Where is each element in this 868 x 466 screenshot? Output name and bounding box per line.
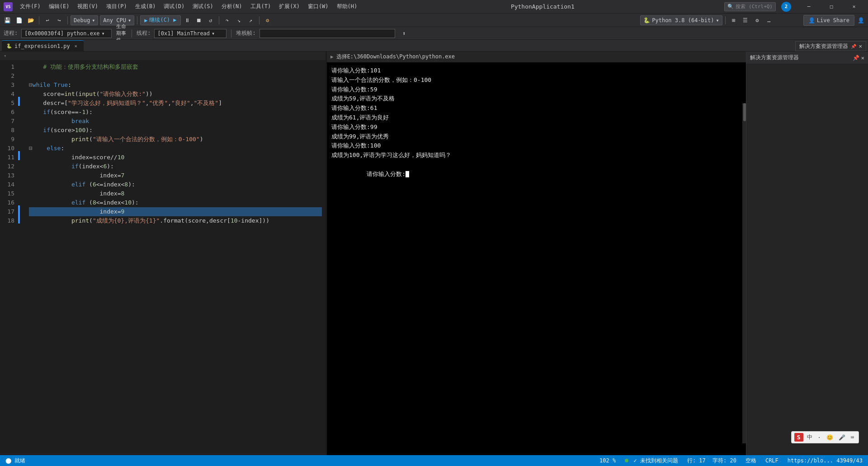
code-line-5: descr=["学习这么好，妈妈知道吗？","优秀","良好","不及格"] bbox=[29, 99, 322, 108]
maximize-button[interactable]: □ bbox=[821, 0, 842, 14]
solution-explorer-content[interactable] bbox=[746, 64, 868, 466]
debug-config-dropdown[interactable]: Debug ▾ bbox=[71, 15, 98, 25]
save-button[interactable]: 💾 bbox=[2, 15, 13, 26]
menu-view[interactable]: 视图(V) bbox=[74, 2, 102, 11]
status-text[interactable]: ⬤ 就绪 bbox=[4, 457, 27, 465]
play-icon: ▶ bbox=[144, 17, 147, 24]
pin-icon[interactable]: 📌 bbox=[853, 55, 859, 61]
settings-button[interactable]: ⚙ bbox=[752, 15, 763, 26]
stack-nav-button[interactable]: ⬆ bbox=[399, 28, 410, 39]
debug-separator-1 bbox=[132, 29, 132, 38]
sogou-button[interactable]: S bbox=[794, 433, 803, 442]
keyboard-button[interactable]: ⌨ bbox=[849, 433, 856, 442]
menu-file[interactable]: 文件(F) bbox=[16, 2, 44, 11]
menu-analyze[interactable]: 分析(N) bbox=[218, 2, 246, 11]
profile-button[interactable]: 👤 bbox=[855, 15, 866, 26]
mic-button[interactable]: 🎤 bbox=[837, 433, 847, 442]
no-issues-badge[interactable]: ✓ 未找到相关问题 bbox=[623, 457, 680, 465]
extra-button[interactable]: … bbox=[764, 15, 774, 26]
debug-separator-2 bbox=[231, 29, 231, 38]
solution-explorer-tab[interactable]: 解决方案资源管理器 📌 ✕ bbox=[795, 41, 866, 51]
green-dot-icon bbox=[625, 459, 628, 462]
editor-empty-area[interactable] bbox=[0, 263, 326, 466]
code-content[interactable]: # 功能：使用多分支结构和多层嵌套 ⊟while True: score=int… bbox=[25, 61, 326, 263]
close-button[interactable]: ✕ bbox=[844, 0, 864, 14]
menu-build[interactable]: 生成(B) bbox=[132, 2, 160, 11]
tab-close-button[interactable]: ✕ bbox=[73, 43, 79, 49]
chinese-mode-button[interactable]: 中 bbox=[805, 433, 814, 442]
status-right: 102 % ✓ 未找到相关问题 行: 17 字符: 20 空格 CRLF htt… bbox=[598, 457, 864, 465]
zoom-level[interactable]: 102 % bbox=[598, 457, 618, 464]
menu-edit[interactable]: 编辑(E) bbox=[45, 2, 73, 11]
live-share-button[interactable]: 👤 Live Share bbox=[803, 15, 854, 26]
python-version-selector[interactable]: 🐍 Python 3.8 (64-bit) ▾ bbox=[640, 15, 722, 25]
stop-button[interactable]: ⏹ bbox=[193, 15, 204, 26]
line-numbers: 1 2 3 4 5 6 7 8 9 10 11 12 13 14 15 16 1 bbox=[0, 61, 18, 263]
lifecycle-button[interactable]: 生命期事件 bbox=[116, 28, 127, 39]
side-panel-header: 解决方案资源管理器 📌 ✕ bbox=[746, 52, 868, 64]
breakpoints-button[interactable]: ⚙ bbox=[262, 15, 273, 26]
menu-extensions[interactable]: 扩展(X) bbox=[275, 2, 303, 11]
emoji-button[interactable]: 😊 bbox=[825, 433, 835, 442]
solution-close-button[interactable]: ✕ bbox=[859, 43, 862, 49]
line-ending[interactable]: CRLF bbox=[764, 457, 780, 464]
row-col[interactable]: 行: 17 字符: 20 bbox=[685, 457, 738, 465]
toolbar-separator-4 bbox=[219, 16, 219, 24]
open-button[interactable]: 📂 bbox=[25, 15, 36, 26]
terminal-scrollbar-thumb[interactable] bbox=[743, 103, 746, 121]
menu-help[interactable]: 帮助(H) bbox=[333, 2, 361, 11]
stack-selector[interactable] bbox=[259, 29, 395, 38]
thread-label: 线程: bbox=[137, 29, 151, 37]
thread-selector[interactable]: [0x1] MainThread ▾ bbox=[154, 29, 226, 38]
step-out-button[interactable]: ↗ bbox=[245, 15, 256, 26]
code-line-13: index=7 bbox=[29, 171, 322, 180]
code-line-2 bbox=[29, 71, 322, 81]
debug-toolbar: 进程: [0x000030f4] python.exe ▾ 生命期事件 线程: … bbox=[0, 27, 868, 40]
redo-button[interactable]: ↪ bbox=[54, 15, 65, 26]
editor-panel: ▾ 1 2 3 4 5 6 7 8 9 10 11 12 13 bbox=[0, 52, 326, 466]
process-selector[interactable]: [0x000030f4] python.exe ▾ bbox=[21, 29, 112, 38]
file-tab[interactable]: 🐍 if_expression1.py ✕ bbox=[2, 40, 84, 51]
indent-type[interactable]: 空格 bbox=[744, 457, 758, 465]
menu-test[interactable]: 测试(S) bbox=[189, 2, 217, 11]
notification-badge[interactable]: 2 bbox=[781, 2, 791, 12]
menu-window[interactable]: 窗口(W) bbox=[304, 2, 332, 11]
menu-debug[interactable]: 调试(D) bbox=[160, 2, 188, 11]
new-file-button[interactable]: 📄 bbox=[14, 15, 24, 26]
align-button[interactable]: ⊞ bbox=[728, 15, 739, 26]
terminal-content[interactable]: 请你输入分数:101 请输入一个合法的分数，例如：0-100 请你输入分数:59… bbox=[327, 62, 746, 466]
search-placeholder[interactable]: 搜索 (Ctrl+Q) bbox=[736, 3, 773, 10]
gutter[interactable] bbox=[18, 61, 25, 263]
terminal-title: 选择E:\360Downloads\Python\python.exe bbox=[336, 53, 455, 61]
minimize-button[interactable]: ─ bbox=[798, 0, 819, 14]
punctuation-button[interactable]: · bbox=[816, 433, 823, 442]
terminal-line-1: 请你输入分数:101 bbox=[331, 66, 741, 76]
terminal-line-6: 成绩为61,评语为良好 bbox=[331, 113, 741, 123]
restart-button[interactable]: ↺ bbox=[205, 15, 216, 26]
code-line-7: break bbox=[29, 117, 322, 126]
pause-button[interactable]: ⏸ bbox=[182, 15, 193, 26]
python-icon: 🐍 bbox=[643, 17, 650, 24]
undo-button[interactable]: ↩ bbox=[42, 15, 53, 26]
url-link[interactable]: https://blo... 43949/43 bbox=[786, 457, 864, 464]
menu-bar: 文件(F) 编辑(E) 视图(V) 项目(P) 生成(B) 调试(D) 测试(S… bbox=[16, 2, 361, 11]
code-line-18: print("成绩为{0},评语为{1}".format(score,descr… bbox=[29, 216, 322, 225]
toolbar: 💾 📄 📂 ↩ ↪ Debug ▾ Any CPU ▾ ▶ 继续(C) ▶ ⏸ … bbox=[0, 14, 868, 27]
menu-tools[interactable]: 工具(T) bbox=[247, 2, 275, 11]
code-editor[interactable]: 1 2 3 4 5 6 7 8 9 10 11 12 13 14 15 16 1 bbox=[0, 61, 326, 263]
code-line-6: if(score==-1): bbox=[29, 108, 322, 117]
step-into-button[interactable]: ↘ bbox=[234, 15, 245, 26]
menu-project[interactable]: 项目(P) bbox=[103, 2, 131, 11]
toolbar-separator-1 bbox=[39, 16, 39, 24]
code-line-16: elif (8<=index<10): bbox=[29, 198, 322, 207]
continue-button[interactable]: ▶ 继续(C) ▶ bbox=[140, 15, 180, 25]
pin-icon[interactable]: 📌 bbox=[851, 44, 856, 49]
side-panel-close-button[interactable]: ✕ bbox=[861, 55, 864, 61]
column-button[interactable]: ☰ bbox=[740, 15, 751, 26]
code-line-1: # 功能：使用多分支结构和多层嵌套 bbox=[29, 62, 322, 71]
code-line-12: if(index<6): bbox=[29, 162, 322, 171]
terminal-line-4: 成绩为59,评语为不及格 bbox=[331, 94, 741, 104]
terminal-line-11: 请你输入分数: bbox=[331, 160, 741, 188]
step-over-button[interactable]: ↷ bbox=[222, 15, 233, 26]
terminal-line-3: 请你输入分数:59 bbox=[331, 85, 741, 95]
